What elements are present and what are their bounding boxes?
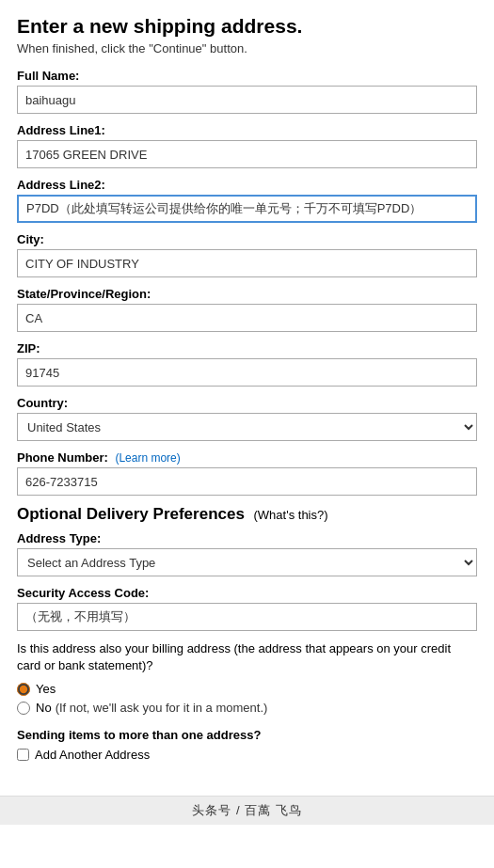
security-group: Security Access Code: — [17, 586, 477, 631]
country-select[interactable]: United States Canada United Kingdom Aust… — [17, 413, 477, 441]
address1-label: Address Line1: — [17, 123, 477, 137]
billing-group: Is this address also your billing addres… — [17, 640, 477, 715]
zip-input[interactable] — [17, 358, 477, 387]
state-label: State/Province/Region: — [17, 287, 477, 301]
watermark-bar: 头条号 / 百萬 飞鸟 — [0, 796, 494, 825]
country-label: Country: — [17, 396, 477, 410]
billing-yes-label: Yes — [36, 682, 56, 696]
address-type-label: Address Type: — [17, 531, 477, 545]
phone-label: Phone Number: (Learn more) — [17, 450, 477, 465]
fullname-group: Full Name: — [17, 69, 477, 114]
billing-question: Is this address also your billing addres… — [17, 640, 477, 674]
billing-radio-group: Yes No (If not, we'll ask you for it in … — [17, 682, 477, 715]
security-label: Security Access Code: — [17, 586, 477, 600]
address-type-select[interactable]: Select an Address Type Residential Comme… — [17, 548, 477, 576]
city-label: City: — [17, 232, 477, 246]
address2-input[interactable] — [17, 195, 477, 223]
fullname-input[interactable] — [17, 86, 477, 114]
state-group: State/Province/Region: — [17, 287, 477, 332]
phone-learn-more-link[interactable]: (Learn more) — [115, 451, 180, 465]
address-type-group: Address Type: Select an Address Type Res… — [17, 531, 477, 576]
page-title: Enter a new shipping address. — [17, 15, 477, 38]
sending-section: Sending items to more than one address? … — [17, 728, 477, 762]
billing-no-radio[interactable] — [17, 702, 30, 715]
sending-question: Sending items to more than one address? — [17, 728, 477, 742]
address2-label: Address Line2: — [17, 178, 477, 192]
watermark-text: 头条号 / 百萬 飞鸟 — [192, 803, 301, 817]
fullname-label: Full Name: — [17, 69, 477, 83]
phone-group: Phone Number: (Learn more) — [17, 450, 477, 496]
address2-container — [17, 195, 477, 223]
zip-label: ZIP: — [17, 341, 477, 355]
add-address-label: Add Another Address — [35, 748, 150, 762]
state-input[interactable] — [17, 304, 477, 332]
address1-input[interactable] — [17, 140, 477, 168]
address1-group: Address Line1: — [17, 123, 477, 168]
add-address-item: Add Another Address — [17, 748, 477, 762]
optional-header: Optional Delivery Preferences (What's th… — [17, 505, 477, 524]
optional-section-title: Optional Delivery Preferences — [17, 505, 245, 523]
country-group: Country: United States Canada United Kin… — [17, 396, 477, 441]
main-container: Enter a new shipping address. When finis… — [0, 0, 494, 777]
whats-this-link[interactable]: (What's this?) — [254, 508, 328, 522]
phone-input[interactable] — [17, 467, 477, 496]
city-group: City: — [17, 232, 477, 277]
zip-group: ZIP: — [17, 341, 477, 387]
billing-yes-radio[interactable] — [17, 683, 30, 696]
subtitle: When finished, click the "Continue" butt… — [17, 41, 477, 55]
address2-group: Address Line2: — [17, 178, 477, 223]
billing-no-description: (If not, we'll ask you for it in a momen… — [56, 701, 268, 715]
optional-section: Optional Delivery Preferences (What's th… — [17, 505, 477, 631]
security-input[interactable] — [17, 603, 477, 631]
city-input[interactable] — [17, 249, 477, 277]
billing-no-label: No — [36, 701, 52, 715]
billing-no-item: No (If not, we'll ask you for it in a mo… — [17, 701, 477, 715]
add-address-checkbox[interactable] — [17, 749, 29, 761]
billing-yes-item: Yes — [17, 682, 477, 696]
